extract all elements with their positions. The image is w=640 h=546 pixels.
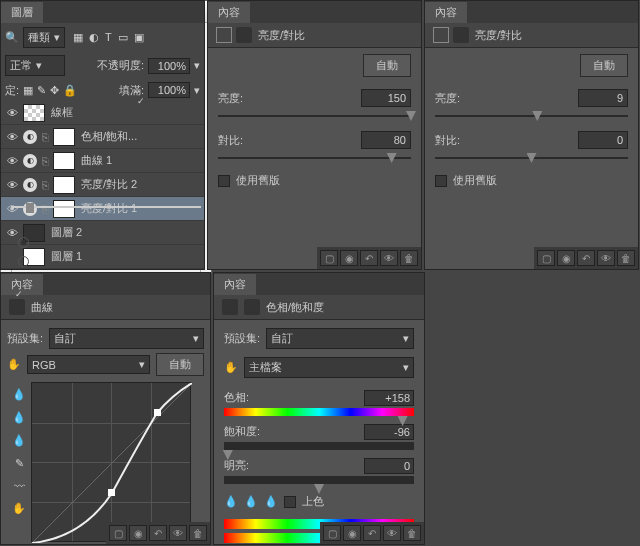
panel-title: 亮度/對比 [475, 28, 522, 43]
brightness-slider[interactable] [435, 115, 628, 117]
lock-paint-icon[interactable]: ✎ [37, 84, 46, 97]
eyedropper-minus-icon[interactable]: 💧 [264, 495, 278, 508]
clip-icon[interactable]: ▢ [323, 525, 341, 541]
trash-icon[interactable]: 🗑 [189, 525, 207, 541]
edit-select[interactable]: 主檔案▾ [244, 357, 414, 378]
auto-button[interactable]: 自動 [580, 54, 628, 77]
contrast-slider[interactable] [218, 157, 411, 159]
eye-icon[interactable]: 👁 [597, 250, 615, 266]
eye-icon[interactable]: 👁 [380, 250, 398, 266]
hue-slider[interactable] [224, 408, 414, 416]
layer-row[interactable]: 👁線框 [1, 101, 204, 125]
eyedropper-white-icon[interactable]: 💧 [12, 434, 26, 447]
clip-icon[interactable]: ▢ [320, 250, 338, 266]
layer-row[interactable]: 👁◐⎘色相/飽和... [1, 125, 204, 149]
adjustment-badge: ◐ [23, 154, 37, 168]
amount-slider[interactable] [11, 206, 201, 208]
eyedropper-plus-icon[interactable]: 💧 [244, 495, 258, 508]
brightness-slider[interactable] [218, 115, 411, 117]
hand-icon[interactable]: ✋ [7, 358, 21, 371]
visibility-icon[interactable]: 👁 [3, 203, 21, 215]
curve-graph[interactable] [31, 382, 191, 542]
clip-icon[interactable]: ▢ [537, 250, 555, 266]
eyedropper-icon[interactable]: 💧 [224, 495, 238, 508]
layer-row[interactable]: 👁◐⎘亮度/對比 2 [1, 173, 204, 197]
lock-label: 定: [5, 83, 19, 98]
eye-icon[interactable]: 👁 [169, 525, 187, 541]
auto-button[interactable]: 自動 [156, 353, 204, 376]
view-icon[interactable]: ◉ [343, 525, 361, 541]
reset-icon[interactable]: ↶ [577, 250, 595, 266]
layer-row[interactable]: 👁圖層 2 [1, 221, 204, 245]
visibility-icon[interactable]: 👁 [3, 107, 21, 119]
trash-icon[interactable]: 🗑 [400, 250, 418, 266]
pixel-filter-icon[interactable]: ▦ [73, 31, 83, 44]
channel-select[interactable]: RGB▾ [27, 355, 150, 374]
colorize-checkbox[interactable] [284, 496, 296, 508]
eye-icon[interactable]: 👁 [383, 525, 401, 541]
view-icon[interactable]: ◉ [340, 250, 358, 266]
eyedropper-black-icon[interactable]: 💧 [12, 388, 26, 401]
preset-select[interactable]: 自訂▾ [266, 328, 414, 349]
lock-trans-icon[interactable]: ▦ [23, 84, 33, 97]
layer-name: 圖層 1 [51, 249, 82, 264]
layer-row[interactable]: 👁◐⎘曲線 1 [1, 149, 204, 173]
smart-filter-icon[interactable]: ▣ [134, 31, 144, 44]
brightness-label: 亮度: [435, 91, 475, 106]
preset-select[interactable]: 自訂▾ [49, 328, 204, 349]
trash-icon[interactable]: 🗑 [403, 525, 421, 541]
reset-icon[interactable]: ↶ [360, 250, 378, 266]
panel-title: 色相/飽和度 [266, 300, 324, 315]
contrast-value[interactable]: 80 [361, 131, 411, 149]
brightness-label: 亮度: [218, 91, 258, 106]
panel-title: 曲線 [31, 300, 53, 315]
contrast-slider[interactable] [435, 157, 628, 159]
reset-icon[interactable]: ↶ [149, 525, 167, 541]
shape-filter-icon[interactable]: ▭ [118, 31, 128, 44]
brightness-value[interactable]: 150 [361, 89, 411, 107]
tab-layers[interactable]: 圖層 [1, 2, 43, 23]
view-icon[interactable]: ◉ [557, 250, 575, 266]
lock-move-icon[interactable]: ✥ [50, 84, 59, 97]
visibility-icon[interactable]: 👁 [3, 131, 21, 143]
legacy-checkbox[interactable]: 使用舊版 [208, 167, 421, 194]
brightness-icon [216, 27, 232, 43]
fill-value[interactable]: 100% [148, 82, 190, 98]
tab-content[interactable]: 內容 [214, 274, 256, 295]
tab-content[interactable]: 內容 [208, 2, 250, 23]
visibility-icon[interactable]: 👁 [3, 155, 21, 167]
legacy-checkbox[interactable]: 使用舊版 [425, 167, 638, 194]
type-filter-icon[interactable]: T [105, 31, 112, 44]
tab-content[interactable]: 內容 [425, 2, 467, 23]
hand-tool-icon[interactable]: ✋ [12, 502, 26, 515]
reset-icon[interactable]: ↶ [363, 525, 381, 541]
adjust-filter-icon[interactable]: ◐ [89, 31, 99, 44]
sat-value[interactable]: -96 [364, 424, 414, 440]
eyedropper-gray-icon[interactable]: 💧 [12, 411, 26, 424]
smooth-icon[interactable]: 〰 [14, 480, 25, 492]
lock-all-icon[interactable]: 🔒 [63, 84, 77, 97]
brightness-value[interactable]: 9 [578, 89, 628, 107]
auto-button[interactable]: 自動 [363, 54, 411, 77]
trash-icon[interactable]: 🗑 [617, 250, 635, 266]
contrast-value[interactable]: 0 [578, 131, 628, 149]
colorize-label: 上色 [302, 494, 324, 509]
hue-icon2 [244, 299, 260, 315]
clip-icon[interactable]: ▢ [109, 525, 127, 541]
sat-slider[interactable] [224, 442, 414, 450]
layers-tabs: 圖層 [1, 1, 204, 23]
layer-row[interactable]: 圖層 1 [1, 245, 204, 269]
opacity-value[interactable]: 100% [148, 58, 190, 74]
visibility-icon[interactable]: 👁 [3, 227, 21, 239]
hue-value[interactable]: +158 [364, 390, 414, 406]
curves-icon [9, 299, 25, 315]
visibility-icon[interactable]: 👁 [3, 179, 21, 191]
layer-type-filter[interactable]: 種類▾ [23, 27, 65, 48]
blend-mode-select[interactable]: 正常▾ [5, 55, 65, 76]
layers-panel: 圖層 🔍 種類▾ ▦ ◐ T ▭ ▣ 正常▾ 不透明度: 100%▾ 定: ▦ … [0, 0, 205, 270]
view-icon[interactable]: ◉ [129, 525, 147, 541]
hand-icon[interactable]: ✋ [224, 361, 238, 374]
light-value[interactable]: 0 [364, 458, 414, 474]
light-slider[interactable] [224, 476, 414, 484]
pencil-icon[interactable]: ✎ [15, 457, 24, 470]
